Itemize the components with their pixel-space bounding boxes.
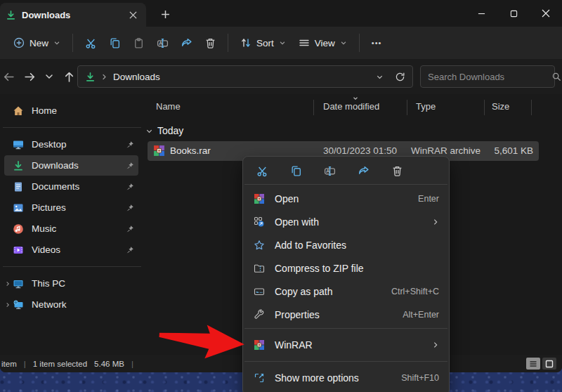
recent-locations-button[interactable] (41, 68, 58, 85)
cut-button[interactable] (79, 32, 103, 53)
rename-icon[interactable]: A (320, 162, 339, 180)
sidebar-item-desktop[interactable]: Desktop (4, 134, 138, 155)
show-more-options-icon (253, 372, 266, 384)
address-bar[interactable]: Downloads (77, 65, 413, 88)
sidebar-item-videos[interactable]: Videos (4, 240, 138, 260)
copy-icon[interactable] (287, 162, 305, 180)
up-button[interactable] (60, 68, 77, 85)
column-divider[interactable] (313, 100, 314, 115)
chevron-down-icon (340, 39, 347, 46)
menu-item-label: Open (275, 193, 409, 204)
new-button-label: New (30, 38, 48, 48)
command-bar: New A (0, 27, 562, 59)
share-button[interactable] (174, 32, 198, 53)
sidebar-item-label: Desktop (32, 139, 67, 150)
sidebar-item-label: This PC (32, 278, 65, 289)
column-header-type[interactable]: Type (416, 101, 436, 112)
tab-close-icon[interactable] (125, 7, 140, 22)
menu-item-show-more-options[interactable]: Show more options Shift+F10 (243, 364, 449, 392)
menu-item-copy-as-path[interactable]: Copy as path Ctrl+Shift+C (243, 280, 449, 303)
back-button[interactable] (0, 68, 17, 85)
menu-item-properties[interactable]: Properties Alt+Enter (243, 303, 449, 326)
sidebar-item-this-pc[interactable]: This PC (4, 273, 138, 294)
delete-button[interactable] (198, 32, 222, 53)
large-icons-view-toggle[interactable] (542, 358, 556, 370)
minimize-button[interactable] (465, 0, 497, 27)
zip-folder-icon (253, 263, 266, 274)
menu-item-open[interactable]: Open Enter (243, 187, 449, 210)
menu-item-compress-to-zip[interactable]: Compress to ZIP file (243, 256, 449, 280)
sidebar-item-downloads[interactable]: Downloads (4, 155, 138, 176)
download-icon (13, 160, 24, 171)
see-more-button[interactable]: ••• (365, 34, 388, 51)
view-icon (299, 37, 310, 48)
new-button[interactable]: New (7, 33, 67, 53)
item-count: item (1, 360, 17, 368)
column-divider[interactable] (484, 100, 485, 115)
chevron-right-icon[interactable] (5, 281, 11, 287)
column-header-size[interactable]: Size (492, 101, 509, 112)
delete-icon[interactable] (388, 162, 406, 180)
pin-icon (126, 183, 134, 191)
close-button[interactable] (530, 0, 562, 27)
download-icon (6, 10, 16, 20)
sidebar-item-network[interactable]: Network (4, 294, 138, 315)
menu-separator (244, 328, 447, 329)
column-header-name[interactable]: Name (156, 101, 181, 112)
this-pc-icon (13, 278, 24, 289)
sidebar-item-home[interactable]: Home (4, 100, 138, 121)
menu-item-open-with[interactable]: Open with (243, 210, 449, 233)
winrar-file-icon (153, 145, 165, 157)
plus-circle-icon (13, 37, 25, 48)
home-icon (13, 105, 24, 117)
sort-icon (240, 37, 251, 48)
chevron-down-icon[interactable] (145, 127, 153, 135)
navigation-pane: Home Desktop Downloads (0, 94, 144, 355)
tab-title: Downloads (22, 10, 119, 20)
column-header-date-modified[interactable]: Date modified (323, 101, 379, 112)
sidebar-item-music[interactable]: Music (4, 218, 138, 239)
menu-separator (244, 184, 447, 185)
sidebar-item-pictures[interactable]: Pictures (4, 197, 138, 218)
status-separator: | (24, 360, 26, 368)
paste-button[interactable] (126, 32, 150, 53)
menu-item-label: Compress to ZIP file (275, 263, 439, 274)
forward-button[interactable] (21, 68, 38, 85)
file-name: Books.rar (170, 145, 211, 156)
copy-button[interactable] (103, 32, 126, 53)
cut-icon[interactable] (253, 162, 271, 180)
pin-icon (126, 162, 134, 170)
toolbar-divider (228, 34, 228, 52)
sidebar-separator (3, 127, 141, 128)
column-divider[interactable] (531, 100, 532, 115)
new-tab-button[interactable] (157, 6, 173, 22)
chevron-down-icon (53, 39, 60, 46)
sidebar-item-label: Music (32, 223, 56, 234)
group-label: Today (157, 125, 183, 136)
tab-downloads[interactable]: Downloads (0, 3, 146, 27)
view-button[interactable]: View (292, 33, 353, 53)
document-icon (13, 181, 24, 192)
chevron-right-icon[interactable] (5, 302, 11, 308)
sidebar-item-documents[interactable]: Documents (4, 176, 138, 197)
sort-button[interactable]: Sort (234, 33, 292, 53)
refresh-icon[interactable] (395, 72, 405, 82)
breadcrumb[interactable]: Downloads (113, 72, 370, 82)
submenu-chevron-icon (432, 218, 439, 226)
desktop-icon (13, 139, 24, 150)
more-icon: ••• (372, 39, 382, 47)
column-divider[interactable] (407, 100, 407, 115)
details-view-toggle[interactable] (526, 358, 540, 370)
share-icon[interactable] (354, 162, 372, 180)
menu-item-label: Show more options (275, 372, 392, 384)
search-input[interactable] (428, 72, 551, 82)
search-icon[interactable] (551, 72, 561, 81)
svg-text:A: A (326, 168, 329, 174)
rename-button[interactable]: A (150, 32, 174, 53)
maximize-button[interactable] (497, 0, 530, 27)
address-dropdown-icon[interactable] (376, 73, 384, 81)
menu-item-add-to-favorites[interactable]: Add to Favorites (243, 233, 449, 256)
group-header-today[interactable]: Today (145, 125, 183, 136)
menu-item-label: Add to Favorites (275, 240, 439, 251)
menu-item-winrar[interactable]: WinRAR (243, 331, 449, 359)
